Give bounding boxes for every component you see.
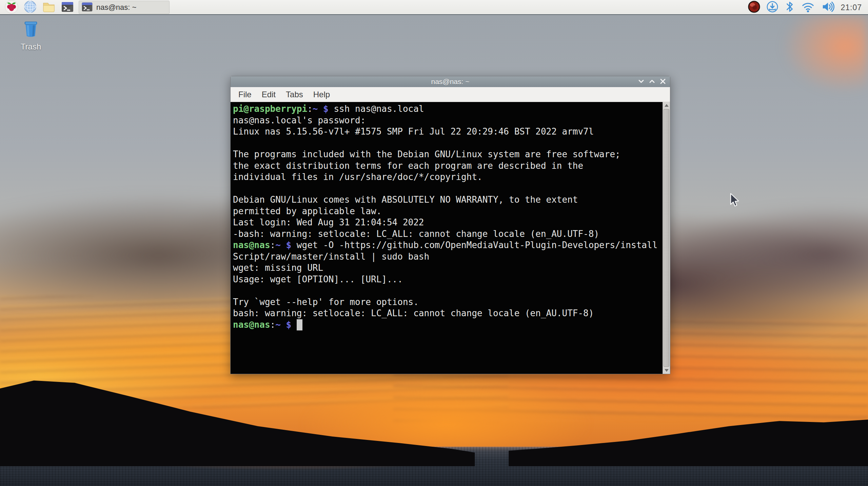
menu-file[interactable]: File — [234, 88, 256, 101]
updates-icon[interactable] — [766, 0, 779, 15]
terminal-line — [233, 285, 663, 297]
scroll-up-arrow[interactable] — [663, 102, 670, 109]
terminal-line: pi@raspberrypi:~ $ ssh nas@nas.local — [233, 103, 663, 115]
system-tray: 21:07 — [748, 0, 868, 15]
menubar: File Edit Tabs Help — [231, 87, 670, 102]
close-button[interactable] — [658, 77, 667, 86]
bluetooth-icon[interactable] — [784, 0, 795, 15]
terminal-text-segment: Last login: Wed Aug 31 21:04:54 2022 — [233, 217, 424, 227]
terminal-line: Try `wget --help' for more options. — [233, 297, 663, 308]
terminal-text-segment: : — [270, 320, 276, 330]
wallpaper-cloud — [739, 15, 868, 127]
chevron-down-icon — [637, 78, 645, 86]
terminal-text-segment: : — [270, 240, 276, 250]
terminal-area[interactable]: pi@raspberrypi:~ $ ssh nas@nas.localnas@… — [231, 102, 670, 374]
terminal-line: Linux nas 5.15.56-v7l+ #1575 SMP Fri Jul… — [233, 126, 663, 138]
terminal-line: permitted by applicable law. — [233, 206, 663, 217]
taskbar: nas@nas: ~ — [0, 0, 868, 15]
terminal-line: bash: warning: setlocale: LC_ALL: cannot… — [233, 308, 663, 319]
terminal-text-segment: pi@raspberrypi — [233, 104, 307, 114]
wallpaper-water — [0, 447, 868, 486]
globe-icon — [23, 0, 37, 15]
taskbar-window-button[interactable]: nas@nas: ~ — [79, 1, 170, 14]
terminal-text-segment: nas@nas — [233, 240, 270, 250]
clock: 21:07 — [841, 3, 862, 12]
wallpaper-sunset-glow — [251, 361, 641, 462]
menu-edit[interactable]: Edit — [257, 88, 280, 101]
terminal-text-segment: The programs included with the Debian GN… — [233, 149, 620, 159]
terminal-icon — [61, 0, 74, 15]
menu-help[interactable]: Help — [309, 88, 334, 101]
terminal-text-segment: ssh nas@nas.local — [329, 104, 424, 114]
folder-icon — [42, 0, 56, 15]
trash-icon — [20, 35, 41, 41]
window-controls — [637, 76, 667, 87]
window-title: nas@nas: ~ — [431, 78, 470, 86]
terminal-output[interactable]: pi@raspberrypi:~ $ ssh nas@nas.localnas@… — [231, 102, 663, 374]
terminal-text-segment: nas@nas.local's password: — [233, 115, 366, 125]
terminal-text-segment: Debian GNU/Linux comes with ABSOLUTELY N… — [233, 195, 578, 205]
terminal-text-segment: -bash: warning: setlocale: LC_ALL: canno… — [233, 229, 599, 239]
screen: { "taskbar": { "launchers": [ { "label":… — [0, 0, 868, 486]
terminal-text-segment: : — [307, 104, 313, 114]
terminal-line: Usage: wget [OPTION]... [URL]... — [233, 274, 663, 285]
desktop[interactable]: Trash nas@nas: ~ — [0, 15, 868, 486]
terminal-text-segment: Linux nas 5.15.56-v7l+ #1575 SMP Fri Jul… — [233, 126, 594, 137]
terminal-line: nas@nas.local's password: — [233, 115, 663, 126]
terminal-line: Script/raw/master/install | sudo bash — [233, 251, 663, 263]
terminal-text-segment: individual files in /usr/share/doc/*/cop… — [233, 172, 482, 182]
scrollbar-thumb[interactable] — [664, 109, 669, 367]
terminal-line — [233, 138, 663, 149]
scroll-down-arrow[interactable] — [663, 367, 670, 374]
taskbar-window-label: nas@nas: ~ — [96, 3, 136, 12]
menu-tabs[interactable]: Tabs — [281, 88, 308, 101]
launcher-area — [0, 0, 74, 14]
mouse-cursor-icon — [728, 193, 742, 209]
terminal-cursor — [297, 319, 302, 331]
terminal-text-segment: bash: warning: setlocale: LC_ALL: cannot… — [233, 308, 594, 318]
trash-desktop-icon[interactable]: Trash — [16, 19, 46, 52]
chevron-up-icon — [648, 78, 656, 86]
filemanager-launcher[interactable] — [42, 0, 56, 14]
terminal-text-segment: Usage: wget [OPTION]... [URL]... — [233, 274, 403, 284]
terminal-line: wget: missing URL — [233, 262, 663, 274]
terminal-text-segment: Script/raw/master/install | sudo bash — [233, 251, 429, 262]
wifi-icon[interactable] — [801, 0, 815, 15]
terminal-window: nas@nas: ~ — [230, 76, 670, 374]
close-icon — [659, 78, 667, 86]
terminal-line: Debian GNU/Linux comes with ABSOLUTELY N… — [233, 194, 663, 206]
terminal-launcher[interactable] — [61, 0, 74, 14]
terminal-line: the exact distribution terms for each pr… — [233, 160, 663, 172]
terminal-line: individual files in /usr/share/doc/*/cop… — [233, 171, 663, 183]
terminal-text-segment: wget: missing URL — [233, 263, 323, 273]
menu-raspberry-button[interactable] — [5, 0, 18, 14]
terminal-text-segment: wget -O -https://github.com/OpenMediaVau… — [291, 240, 657, 250]
terminal-text-segment: ~ $ — [275, 320, 291, 330]
terminal-text-segment: ~ $ — [313, 104, 329, 114]
browser-launcher[interactable] — [23, 0, 37, 14]
terminal-line: nas@nas:~ $ — [233, 319, 663, 331]
terminal-line: Last login: Wed Aug 31 21:04:54 2022 — [233, 217, 663, 228]
terminal-line: nas@nas:~ $ wget -O -https://github.com/… — [233, 240, 663, 251]
terminal-text-segment — [291, 320, 297, 330]
terminal-line — [233, 183, 663, 195]
terminal-text-segment: the exact distribution terms for each pr… — [233, 161, 583, 171]
terminal-text-segment: ~ $ — [275, 240, 291, 250]
raspberry-icon — [5, 0, 18, 15]
terminal-text-segment: Try `wget --help' for more options. — [233, 297, 419, 307]
terminal-line: The programs included with the Debian GN… — [233, 149, 663, 160]
maximize-button[interactable] — [648, 77, 656, 86]
terminal-text-segment: permitted by applicable law. — [233, 206, 381, 216]
terminal-line: -bash: warning: setlocale: LC_ALL: canno… — [233, 228, 663, 240]
terminal-text-segment: nas@nas — [233, 320, 270, 330]
terminal-icon — [81, 1, 93, 14]
terminal-scrollbar[interactable] — [663, 102, 670, 374]
window-titlebar[interactable]: nas@nas: ~ — [231, 76, 670, 87]
volume-icon[interactable] — [821, 0, 835, 15]
recorder-icon[interactable] — [748, 0, 761, 15]
trash-label: Trash — [16, 42, 46, 52]
minimize-button[interactable] — [637, 77, 646, 86]
